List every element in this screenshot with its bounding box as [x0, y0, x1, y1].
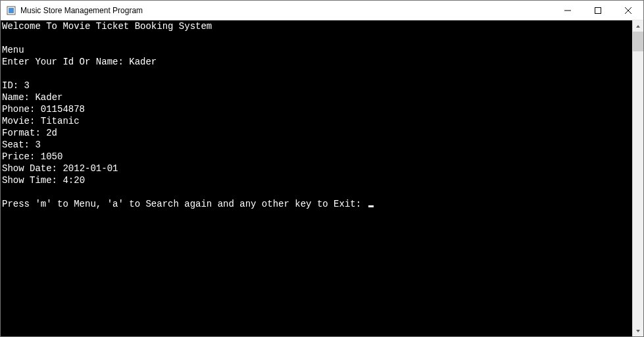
price-line: Price: 1050 [2, 151, 632, 163]
scroll-up-button[interactable] [633, 20, 643, 32]
format-line: Format: 2d [2, 127, 632, 139]
price-label: Price: [2, 151, 41, 162]
scroll-down-button[interactable] [633, 325, 643, 336]
footer-prompt-line: Press 'm' to Menu, 'a' to Search again a… [2, 198, 632, 210]
maximize-button[interactable] [583, 1, 613, 20]
showtime-label: Show Time: [2, 175, 62, 186]
content-area: Welcome To Movie Ticket Booking System M… [1, 20, 643, 336]
blank-line [2, 32, 632, 44]
footer-prompt: Press 'm' to Menu, 'a' to Search again a… [2, 199, 367, 209]
scroll-thumb[interactable] [633, 32, 643, 51]
application-window: Music Store Management Program Welcome T… [0, 0, 644, 337]
movie-value: Titanic [41, 116, 80, 126]
name-label: Name: [2, 92, 35, 103]
prompt-line: Enter Your Id Or Name: Kader [2, 56, 632, 68]
id-value: 3 [24, 80, 30, 91]
seat-label: Seat: [2, 140, 35, 150]
titlebar: Music Store Management Program [1, 1, 643, 20]
svg-rect-3 [595, 7, 601, 13]
prompt-value: Kader [129, 57, 157, 67]
showtime-value: 4:20 [62, 175, 85, 186]
id-line: ID: 3 [2, 80, 632, 91]
id-label: ID: [2, 80, 24, 91]
seat-value: 3 [35, 140, 40, 150]
name-line: Name: Kader [2, 91, 632, 103]
window-title: Music Store Management Program [20, 6, 553, 15]
price-value: 1050 [41, 151, 63, 162]
format-value: 2d [46, 128, 57, 138]
movie-label: Movie: [2, 116, 41, 126]
format-label: Format: [2, 128, 46, 138]
app-icon [6, 5, 16, 16]
minimize-button[interactable] [553, 1, 583, 20]
phone-label: Phone: [2, 104, 41, 115]
showdate-line: Show Date: 2012-01-01 [2, 163, 632, 174]
blank-line [2, 68, 632, 80]
phone-line: Phone: 01154878 [2, 103, 632, 115]
prompt-label: Enter Your Id Or Name: [2, 57, 129, 67]
scroll-track[interactable] [633, 32, 643, 325]
showtime-line: Show Time: 4:20 [2, 174, 632, 186]
welcome-text: Welcome To Movie Ticket Booking System [2, 20, 632, 32]
blank-line [2, 186, 632, 198]
window-controls [553, 1, 643, 20]
movie-line: Movie: Titanic [2, 115, 632, 127]
close-button[interactable] [613, 1, 643, 20]
showdate-value: 2012-01-01 [62, 163, 118, 174]
console-output[interactable]: Welcome To Movie Ticket Booking System M… [1, 20, 632, 336]
svg-rect-1 [9, 8, 14, 13]
showdate-label: Show Date: [2, 163, 62, 174]
phone-value: 01154878 [41, 104, 85, 115]
name-value: Kader [35, 92, 62, 103]
seat-line: Seat: 3 [2, 139, 632, 151]
cursor-icon [368, 205, 374, 207]
vertical-scrollbar[interactable] [632, 20, 643, 336]
menu-label: Menu [2, 44, 632, 56]
